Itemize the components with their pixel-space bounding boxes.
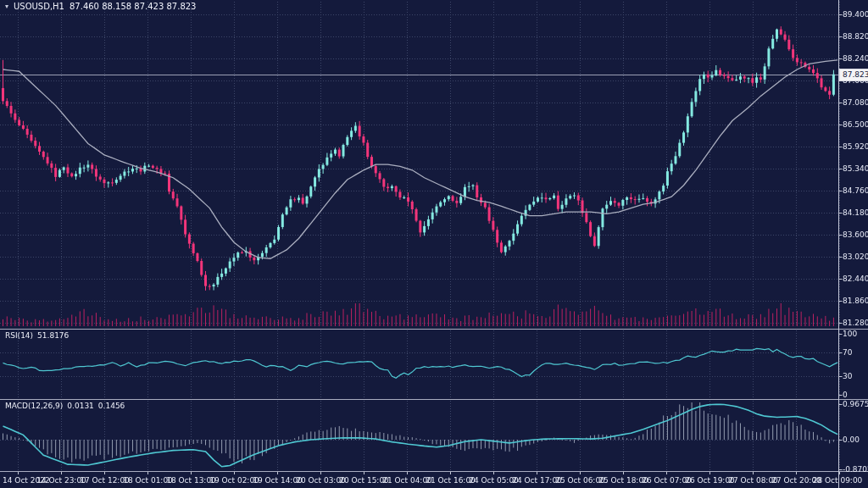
rsi-axis-label: 30	[843, 372, 852, 380]
chart-canvas[interactable]	[0, 0, 868, 488]
time-axis-label: 24 Oct 17:00	[512, 476, 562, 485]
macd-axis-label: 0.00	[843, 435, 860, 444]
macd-axis-label: -0.8702	[843, 465, 868, 474]
price-axis-label: 85.340	[843, 164, 868, 173]
price-axis-label: 88.240	[843, 54, 868, 63]
chart-title: ▾ USOUSD,H1 87.460 88.158 87.423 87.823	[5, 3, 196, 11]
time-axis-label: 26 Oct 07:00	[642, 476, 692, 485]
time-axis-label: 24 Oct 05:00	[469, 476, 519, 485]
price-axis-label: 84.760	[843, 186, 868, 195]
price-axis-label: 81.280	[843, 319, 868, 327]
time-axis-label: 19 Oct 14:00	[253, 476, 303, 485]
rsi-axis-label: 100	[843, 330, 857, 338]
ohlc-readout: 87.460 88.158 87.423 87.823	[70, 3, 197, 11]
price-axis-label: 83.600	[843, 230, 868, 239]
price-axis-label: 89.400	[843, 10, 868, 19]
time-axis-label: 28 Oct 09:00	[813, 476, 863, 485]
rsi-indicator-label: RSI(14) 51.8176	[5, 331, 69, 340]
time-axis-label: 18 Oct 01:00	[123, 476, 173, 485]
time-axis-label: 25 Oct 06:00	[555, 476, 605, 485]
price-axis-label: 87.080	[843, 98, 868, 107]
price-axis-label: 84.180	[843, 208, 868, 217]
rsi-name: RSI(14)	[5, 331, 33, 340]
rsi-axis-label: 70	[843, 348, 852, 357]
symbol-dropdown-icon[interactable]: ▾	[5, 3, 8, 11]
time-axis-label: 19 Oct 02:00	[209, 476, 259, 485]
price-axis-label: 85.920	[843, 142, 868, 151]
current-price-value: 87.823	[843, 70, 868, 79]
time-axis-label: 14 Oct 23:00	[36, 476, 86, 485]
price-axis-label: 83.020	[843, 252, 868, 261]
time-axis-label: 17 Oct 12:00	[80, 476, 130, 485]
time-axis-label: 27 Oct 08:00	[728, 476, 778, 485]
rsi-value: 51.8176	[37, 331, 69, 340]
trading-chart-window: ▾ USOUSD,H1 87.460 88.158 87.423 87.823 …	[0, 0, 868, 488]
time-axis-label: 20 Oct 03:00	[296, 476, 346, 485]
price-axis-label: 82.440	[843, 274, 868, 283]
time-axis-label: 26 Oct 19:00	[685, 476, 735, 485]
price-axis-label: 88.820	[843, 32, 868, 41]
current-price-tag: 87.823	[839, 69, 868, 81]
time-axis-label: 25 Oct 18:00	[598, 476, 648, 485]
macd-indicator-label: MACD(12,26,9) 0.0131 0.1456	[5, 402, 125, 410]
macd-axis-label: 0.9675	[843, 400, 868, 408]
time-axis-label: 21 Oct 04:00	[382, 476, 432, 485]
price-axis-label: 86.500	[843, 120, 868, 129]
macd-value: 0.0131	[67, 402, 94, 410]
time-axis-label: 18 Oct 13:00	[166, 476, 216, 485]
price-axis-label: 81.860	[843, 297, 868, 305]
time-axis-label: 20 Oct 15:00	[339, 476, 389, 485]
symbol-timeframe: USOUSD,H1	[14, 3, 64, 11]
macd-signal-value: 0.1456	[98, 402, 125, 410]
time-axis-label: 21 Oct 16:00	[426, 476, 476, 485]
rsi-axis-label: 0	[843, 391, 848, 399]
macd-name: MACD(12,26,9)	[5, 402, 63, 410]
